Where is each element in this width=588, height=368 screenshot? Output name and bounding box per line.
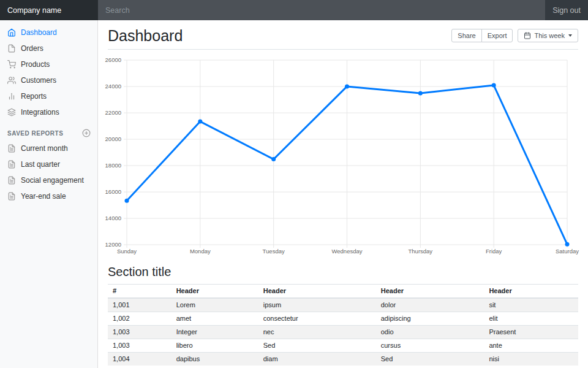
svg-text:Friday: Friday (486, 248, 502, 255)
table-cell: ipsum (258, 298, 376, 312)
saved-reports-heading: Saved reports (0, 120, 98, 140)
saved-reports-nav: Current monthLast quarterSocial engageme… (0, 140, 98, 204)
table-cell: elit (484, 312, 578, 326)
layers-icon (7, 108, 16, 117)
table-header-cell: Header (376, 285, 484, 299)
share-button[interactable]: Share (451, 29, 481, 42)
svg-text:12000: 12000 (105, 241, 121, 248)
sidebar-item-label: Reports (21, 92, 47, 101)
table-header-cell: # (108, 285, 172, 299)
svg-text:Sunday: Sunday (117, 248, 137, 255)
table-cell: 1,001 (108, 298, 172, 312)
table-cell: Lorem (172, 298, 258, 312)
table-cell: ante (484, 339, 578, 353)
table-header-cell: Header (172, 285, 258, 299)
svg-text:14000: 14000 (105, 215, 121, 221)
sidebar-item-label: Dashboard (21, 28, 57, 37)
file-text-icon (7, 192, 16, 201)
sidebar-item-social-engagement[interactable]: Social engagement (0, 172, 98, 188)
bar-chart-icon (7, 92, 16, 101)
shopping-cart-icon (7, 60, 16, 69)
svg-text:18000: 18000 (105, 162, 121, 169)
sidebar-item-label: Last quarter (21, 160, 60, 169)
file-text-icon (7, 176, 16, 185)
sidebar-item-label: Customers (21, 76, 56, 85)
table-cell: nec (258, 326, 376, 339)
top-navbar: Company name Sign out (0, 0, 588, 20)
table-cell: adipiscing (376, 312, 484, 326)
plus-circle-icon[interactable] (82, 129, 91, 137)
svg-text:16000: 16000 (105, 188, 121, 195)
search-input[interactable] (98, 0, 545, 20)
sidebar-item-label: Orders (21, 44, 43, 53)
table-cell: 1,002 (108, 312, 172, 326)
table-header-cell: Header (484, 285, 578, 299)
sidebar-item-last-quarter[interactable]: Last quarter (0, 156, 98, 172)
export-button[interactable]: Export (481, 29, 513, 42)
table-cell: dapibus (172, 353, 258, 366)
data-table-container: #HeaderHeaderHeaderHeader1,001Loremipsum… (108, 284, 578, 366)
sidebar-nav: DashboardOrdersProductsCustomersReportsI… (0, 25, 98, 120)
sidebar-item-dashboard[interactable]: Dashboard (0, 25, 98, 40)
table-cell: Sed (376, 353, 484, 366)
data-table: #HeaderHeaderHeaderHeader1,001Loremipsum… (108, 284, 578, 366)
table-row: 1,001Loremipsumdolorsit (108, 298, 578, 312)
file-text-icon (7, 160, 16, 169)
table-cell: amet (172, 312, 258, 326)
sidebar-item-label: Products (21, 60, 50, 69)
sidebar-item-year-end-sale[interactable]: Year-end sale (0, 188, 98, 204)
table-cell: 1,004 (108, 353, 172, 366)
period-button[interactable]: This week (518, 29, 578, 42)
table-cell: Integer (172, 326, 258, 339)
table-cell: diam (258, 353, 376, 366)
sidebar-item-label: Integrations (21, 108, 59, 117)
sidebar-item-label: Social engagement (21, 176, 84, 185)
sidebar-item-customers[interactable]: Customers (0, 72, 98, 88)
period-label: This week (534, 31, 565, 40)
svg-text:Thursday: Thursday (409, 248, 433, 255)
table-cell: nisi (484, 353, 578, 366)
caret-down-icon (568, 34, 572, 37)
table-header-cell: Header (258, 285, 376, 299)
table-cell: Sed (258, 339, 376, 353)
table-row: 1,003IntegernecodioPraesent (108, 326, 578, 339)
sign-out-link[interactable]: Sign out (545, 0, 588, 20)
page-title: Dashboard (108, 26, 183, 45)
table-cell: sit (484, 298, 578, 312)
sidebar-item-reports[interactable]: Reports (0, 88, 98, 104)
sidebar-item-current-month[interactable]: Current month (0, 140, 98, 156)
table-cell: Praesent (484, 326, 578, 339)
table-header-row: #HeaderHeaderHeaderHeader (108, 285, 578, 299)
svg-text:26000: 26000 (105, 56, 121, 63)
table-row: 1,002ametconsecteturadipiscingelit (108, 312, 578, 326)
sidebar-item-orders[interactable]: Orders (0, 40, 98, 56)
page-header: Dashboard Share Export This week (108, 20, 578, 50)
table-row: 1,004dapibusdiamSednisi (108, 353, 578, 366)
saved-reports-label: Saved reports (7, 130, 63, 137)
calendar-icon (524, 32, 531, 39)
chart-axis-labels: 1200014000160001800020000220002400026000… (105, 56, 579, 255)
company-brand[interactable]: Company name (0, 0, 98, 20)
table-cell: cursus (376, 339, 484, 353)
svg-text:22000: 22000 (105, 109, 121, 116)
table-cell: 1,003 (108, 339, 172, 353)
svg-text:Monday: Monday (190, 248, 211, 255)
section-title: Section title (108, 265, 578, 279)
sidebar-item-products[interactable]: Products (0, 56, 98, 72)
svg-text:20000: 20000 (105, 136, 121, 142)
table-cell: libero (172, 339, 258, 353)
table-row: 1,003liberoSedcursusante (108, 339, 578, 353)
sidebar-item-integrations[interactable]: Integrations (0, 104, 98, 120)
table-cell: 1,003 (108, 326, 172, 339)
table-cell: consectetur (258, 312, 376, 326)
svg-text:Wednesday: Wednesday (332, 248, 363, 255)
sidebar-item-label: Year-end sale (21, 192, 66, 201)
file-text-icon (7, 144, 16, 153)
sidebar-item-label: Current month (21, 144, 68, 153)
svg-text:24000: 24000 (105, 83, 121, 90)
sales-chart[interactable]: 1200014000160001800020000220002400026000… (108, 55, 578, 257)
table-cell: dolor (376, 298, 484, 312)
file-icon (7, 44, 16, 53)
users-icon (7, 76, 16, 85)
home-icon (7, 28, 16, 37)
